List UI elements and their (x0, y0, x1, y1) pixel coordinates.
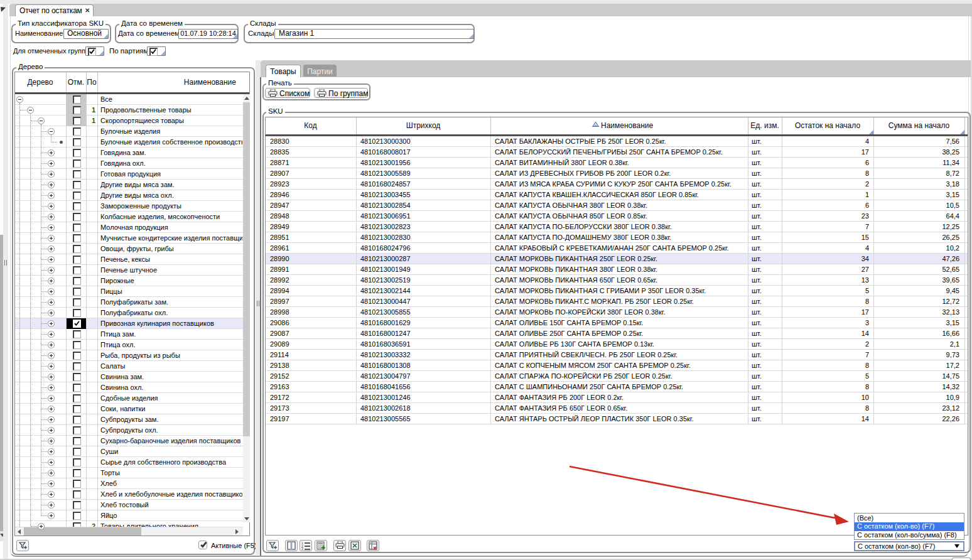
svg-text:3: 3 (301, 547, 303, 550)
